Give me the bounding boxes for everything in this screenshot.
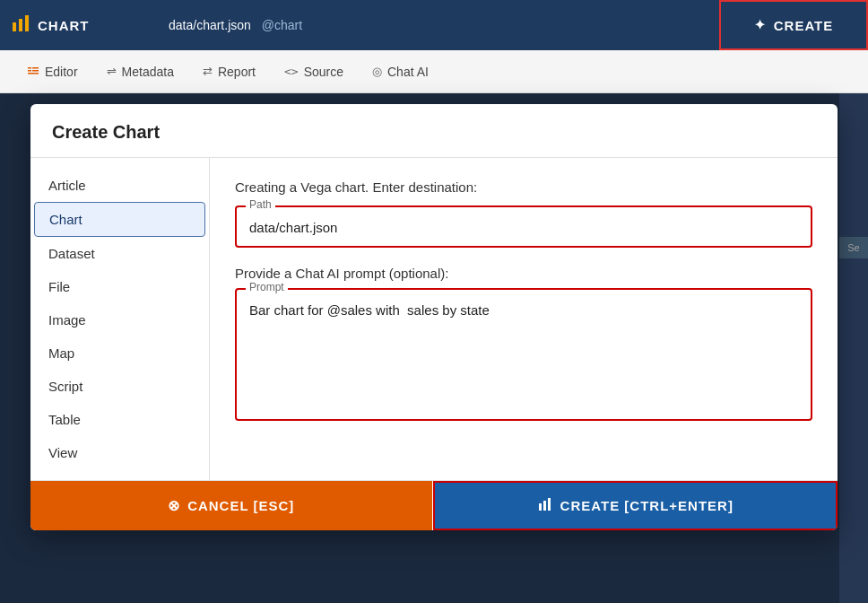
prompt-description: Provide a Chat AI prompt (optional): <box>235 266 812 281</box>
modal-create-label: CREATE [CTRL+ENTER] <box>560 498 733 513</box>
nav-report-label: Report <box>218 65 256 79</box>
sidebar-item-image[interactable]: Image <box>30 303 209 336</box>
main-area: Mean of SALES Osaka Se Create Chart Arti… <box>0 93 868 603</box>
svg-rect-6 <box>32 70 39 72</box>
sidebar-item-map[interactable]: Map <box>30 336 209 370</box>
vega-description: Creating a Vega chart. Enter destination… <box>235 179 812 195</box>
create-button-label: CREATE <box>774 18 834 33</box>
nav-editor-label: Editor <box>45 65 78 79</box>
editor-icon <box>27 64 39 79</box>
sidebar-item-table[interactable]: Table <box>30 403 209 436</box>
prompt-label: Prompt <box>246 281 288 293</box>
modal-title: Create Chart <box>52 122 816 143</box>
report-icon: ⇄ <box>203 65 213 78</box>
nav-chat-ai[interactable]: ◎ Chat AI <box>360 59 441 84</box>
sidebar-item-chart[interactable]: Chart <box>34 202 205 237</box>
svg-rect-8 <box>539 503 542 511</box>
prompt-input-group: Prompt <box>235 288 812 421</box>
sidebar-item-article[interactable]: Article <box>30 169 209 202</box>
cancel-icon: ⊗ <box>168 497 180 514</box>
nav-editor[interactable]: Editor <box>14 58 91 84</box>
nav-metadata[interactable]: ⇌ Metadata <box>94 59 187 84</box>
modal-footer: ⊗ CANCEL [ESC] CREATE [CTRL+ENTER] <box>30 480 838 530</box>
nav-source[interactable]: <> Source <box>272 59 356 84</box>
svg-rect-1 <box>19 19 22 31</box>
wand-icon: ✦ <box>754 17 767 33</box>
nav-report[interactable]: ⇄ Report <box>190 59 268 84</box>
svg-rect-10 <box>548 498 551 511</box>
svg-rect-2 <box>25 15 29 31</box>
modal-sidebar: Article Chart Dataset File Image <box>30 158 210 480</box>
prompt-section: Provide a Chat AI prompt (optional): Pro… <box>235 266 812 421</box>
sidebar-item-script[interactable]: Script <box>30 370 209 403</box>
path-input-group: Path <box>235 205 812 248</box>
modal-create-icon <box>537 496 553 515</box>
app-logo: CHART <box>11 13 154 38</box>
svg-rect-4 <box>28 70 31 72</box>
cancel-label: CANCEL [ESC] <box>187 498 294 513</box>
svg-rect-3 <box>28 67 31 69</box>
svg-rect-0 <box>13 22 16 31</box>
chat-ai-icon: ◎ <box>372 65 382 78</box>
modal-create-button[interactable]: CREATE [CTRL+ENTER] <box>433 481 838 530</box>
metadata-icon: ⇌ <box>107 65 117 78</box>
sidebar-item-view[interactable]: View <box>30 436 209 469</box>
cancel-button[interactable]: ⊗ CANCEL [ESC] <box>30 481 433 530</box>
modal-overlay: Create Chart Article Chart Dataset <box>0 93 868 603</box>
sidebar-item-dataset[interactable]: Dataset <box>30 237 209 270</box>
svg-rect-5 <box>32 67 39 69</box>
svg-rect-9 <box>543 501 546 511</box>
create-button[interactable]: ✦ CREATE <box>719 0 868 50</box>
nav-chat-ai-label: Chat AI <box>387 65 429 79</box>
content-description: Creating a Vega chart. Enter destination… <box>235 179 812 248</box>
path-input[interactable] <box>237 207 811 246</box>
chart-icon <box>11 13 30 38</box>
at-label: @chart <box>262 18 302 32</box>
svg-rect-7 <box>28 73 39 74</box>
path-label: Path <box>246 198 275 211</box>
modal-content-area: Creating a Vega chart. Enter destination… <box>210 158 838 480</box>
sub-nav: Editor ⇌ Metadata ⇄ Report <> Source ◎ C… <box>0 50 868 93</box>
source-icon: <> <box>284 65 299 78</box>
modal-header: Create Chart <box>30 104 838 158</box>
prompt-textarea[interactable] <box>237 290 811 415</box>
file-path-display: data/chart.json @chart <box>154 18 719 32</box>
app-title: CHART <box>38 18 90 33</box>
nav-metadata-label: Metadata <box>122 65 174 79</box>
sidebar-item-file[interactable]: File <box>30 270 209 303</box>
file-path: data/chart.json <box>169 18 251 32</box>
create-chart-modal: Create Chart Article Chart Dataset <box>30 104 838 530</box>
top-bar: CHART data/chart.json @chart ✦ CREATE <box>0 0 868 50</box>
modal-body: Article Chart Dataset File Image <box>30 158 838 480</box>
nav-source-label: Source <box>304 65 343 79</box>
